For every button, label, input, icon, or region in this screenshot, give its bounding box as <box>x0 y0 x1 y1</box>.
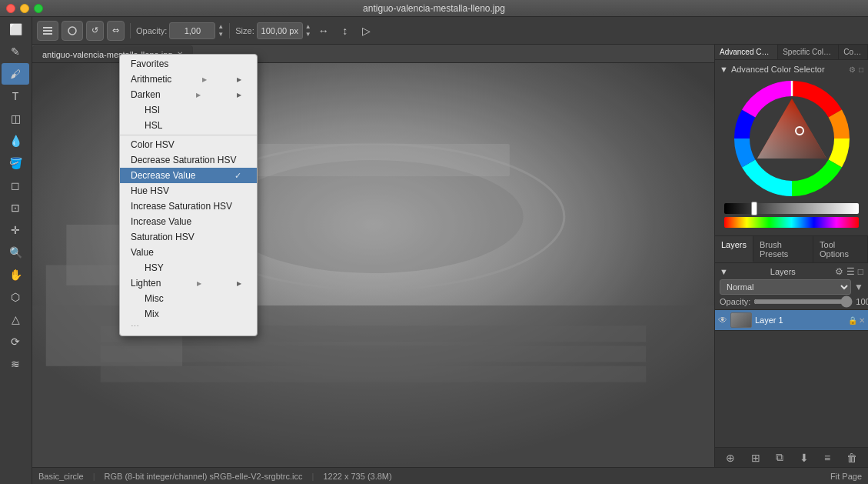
size-label: Size: <box>235 26 254 35</box>
right-panel: Advanced Color S... Specific Color Se...… <box>714 45 868 467</box>
mirror-h-btn[interactable]: ⇔ <box>107 21 125 41</box>
left-toolbar: ⬜ ✎ 🖌 T ◫ 💧 🪣 ◻ ⊡ ✛ 🔍 ✋ ⬡ △ ⟳ ≋ <box>0 17 32 484</box>
color-selector-arrow[interactable]: ▼ <box>720 65 728 74</box>
tool-name: Basic_circle <box>38 472 84 481</box>
menu-hsl[interactable]: HSL <box>138 118 257 133</box>
menu-lighten[interactable]: Lighten ▶ <box>120 275 257 291</box>
blend-mode-select[interactable]: Normal <box>720 279 851 295</box>
close-button[interactable] <box>6 4 15 13</box>
value-bar[interactable] <box>724 203 859 214</box>
menu-saturation-hsv[interactable]: Saturation HSV <box>120 229 257 245</box>
panel-tabs-row: Advanced Color S... Specific Color Se...… <box>715 45 868 60</box>
tool-hand[interactable]: ✋ <box>2 264 29 285</box>
color-wheel[interactable] <box>730 77 853 200</box>
filter-icon[interactable]: ▼ <box>854 282 863 292</box>
tool-text[interactable]: T <box>2 85 29 107</box>
layer-delete-icon[interactable]: ✕ <box>859 316 865 325</box>
minimize-button[interactable] <box>20 4 29 13</box>
tool-gradient[interactable]: ◫ <box>2 108 29 129</box>
trash-layer-icon[interactable]: 🗑 <box>846 452 857 464</box>
top-toolbar: ↺ ⇔ Opacity: ▲ ▼ Size: ▲ ▼ ↔ ↕ <box>32 17 868 45</box>
tab-brush-presets[interactable]: Brush Presets <box>753 236 813 262</box>
menu-mix[interactable]: Mix <box>138 306 257 322</box>
tool-options-btn[interactable] <box>37 21 58 41</box>
size-stepper[interactable]: ▲ ▼ <box>305 23 311 38</box>
context-menu: Favorites Arithmetic ▶ Darken ▶ HSI HSL … <box>119 54 258 336</box>
extra-icon[interactable]: ▷ <box>358 22 376 40</box>
value-indicator[interactable] <box>751 202 757 215</box>
layer-lock-icon[interactable]: 🔒 <box>848 316 857 325</box>
menu-hue-hsv[interactable]: Hue HSV <box>120 183 257 199</box>
menu-check-icon: ✓ <box>234 171 241 181</box>
menu-decrease-sat[interactable]: Decrease Saturation HSV <box>120 152 257 168</box>
svg-rect-0 <box>43 27 52 28</box>
hue-bar[interactable] <box>724 217 859 228</box>
menu-misc[interactable]: Misc <box>138 291 257 306</box>
tool-zoom[interactable]: 🔍 <box>2 242 29 263</box>
add-layer-icon[interactable]: ⊕ <box>726 452 735 464</box>
image-dimensions: 1222 x 735 (3.8M) <box>323 472 391 481</box>
layers-menu-icon[interactable]: ☰ <box>846 266 855 277</box>
layer-item[interactable]: 👁 Layer 1 🔒 ✕ <box>715 310 868 331</box>
menu-hsi[interactable]: HSI <box>138 102 257 118</box>
tool-brush[interactable]: 🖌 <box>2 63 29 85</box>
layers-expand-icon[interactable]: □ <box>858 266 863 277</box>
tab-advanced-color[interactable]: Advanced Color S... <box>715 45 778 59</box>
group-layer-icon[interactable]: ⊞ <box>751 452 760 464</box>
tab-color[interactable]: Color... <box>839 45 868 59</box>
window-title: antiguo-valencia-mestalla-lleno.jpg <box>363 3 505 14</box>
layer-visibility-icon[interactable]: 👁 <box>718 315 727 325</box>
menu-darken[interactable]: Darken ▶ <box>120 87 257 102</box>
panel-settings-icon[interactable]: ⚙ <box>849 65 856 74</box>
flatten-icon[interactable]: ≡ <box>824 452 830 464</box>
tool-warp[interactable]: ⟳ <box>2 331 29 352</box>
reset-btn[interactable]: ↺ <box>86 21 104 41</box>
menu-increase-sat[interactable]: Increase Saturation HSV <box>120 199 257 214</box>
duplicate-layer-icon[interactable]: ⧉ <box>776 451 783 464</box>
menu-misc-group: Misc Mix <box>120 291 257 322</box>
tab-layers[interactable]: Layers <box>715 236 753 262</box>
flip-v-icon[interactable]: ↕ <box>336 22 354 40</box>
menu-decrease-value[interactable]: Decrease Value ✓ <box>120 168 257 183</box>
tool-eraser[interactable]: ◻ <box>2 175 29 196</box>
submenu-arrow-lighten: ▶ <box>197 280 201 287</box>
menu-arithmetic[interactable]: Arithmetic ▶ <box>120 72 257 87</box>
size-group: Size: ▲ ▼ <box>235 22 311 39</box>
opacity-value: 100% <box>856 297 868 306</box>
tool-shape[interactable]: △ <box>2 309 29 330</box>
tool-move[interactable]: ✛ <box>2 219 29 241</box>
panel-expand-icon[interactable]: □ <box>859 65 863 74</box>
tab-tool-options[interactable]: Tool Options <box>813 236 868 262</box>
maximize-button[interactable] <box>34 4 43 13</box>
tool-eyedropper[interactable]: 💧 <box>2 130 29 152</box>
blend-mode-row: Normal ▼ <box>720 279 863 295</box>
tool-paint[interactable]: ✎ <box>2 41 29 62</box>
tool-crop[interactable]: ⊡ <box>2 197 29 219</box>
brush-preset-btn[interactable] <box>62 21 83 41</box>
menu-hsy-group: HSY <box>120 260 257 275</box>
menu-increase-value[interactable]: Increase Value <box>120 214 257 229</box>
tool-rectangle-select[interactable]: ⬜ <box>2 18 29 40</box>
tool-fill[interactable]: 🪣 <box>2 152 29 174</box>
opacity-label: Opacity: <box>136 26 167 35</box>
menu-hsy[interactable]: HSY <box>138 260 257 275</box>
tool-path[interactable]: ⬡ <box>2 286 29 308</box>
layers-controls: ▼ Layers ⚙ ☰ □ Normal <box>715 263 868 310</box>
opacity-input[interactable] <box>169 22 215 39</box>
layers-title: Layers <box>770 267 796 276</box>
tab-specific-color[interactable]: Specific Color Se... <box>778 45 839 59</box>
svg-rect-2 <box>43 33 52 35</box>
opacity-slider[interactable] <box>753 299 853 304</box>
opacity-stepper[interactable]: ▲ ▼ <box>218 23 224 38</box>
menu-color-hsv[interactable]: Color HSV <box>120 137 257 152</box>
menu-favorites[interactable]: Favorites <box>120 56 257 72</box>
flip-h-icon[interactable]: ↔ <box>314 22 333 40</box>
size-input[interactable] <box>257 22 303 39</box>
menu-value[interactable]: Value <box>120 245 257 260</box>
layers-settings-icon[interactable]: ⚙ <box>835 266 843 277</box>
tool-smudge[interactable]: ≋ <box>2 353 29 375</box>
submenu-arrow-darken: ▶ <box>196 92 201 98</box>
layers-expand-arrow[interactable]: ▼ <box>720 267 728 276</box>
separator-1 <box>130 23 131 38</box>
merge-layer-icon[interactable]: ⬇ <box>800 452 809 464</box>
